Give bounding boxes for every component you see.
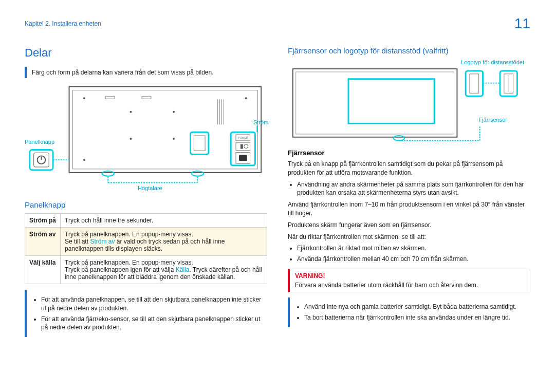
label-strom: Ström bbox=[253, 119, 268, 125]
svg-rect-17 bbox=[194, 136, 205, 151]
svg-rect-15 bbox=[142, 96, 151, 99]
sensor-p1: Tryck på en knapp på fjärrkontrollen sam… bbox=[288, 160, 530, 177]
label-panelknapp: Panelknapp bbox=[25, 139, 54, 145]
label-logo: Logotyp för distansstödet bbox=[461, 59, 524, 65]
page-header: Kapitel 2. Installera enheten 11 bbox=[25, 15, 530, 32]
left-column: Delar Färg och form på delarna kan varie… bbox=[25, 46, 267, 342]
panel-button-table: Ström på Tryck och håll inne tre sekunde… bbox=[25, 213, 267, 284]
svg-rect-1 bbox=[72, 90, 257, 169]
svg-rect-46 bbox=[500, 71, 517, 96]
warning-title: VARNING! bbox=[295, 272, 525, 279]
svg-point-3 bbox=[245, 97, 247, 99]
cell-power-off-desc: Tryck på panelknappen. En popup-meny vis… bbox=[61, 228, 267, 256]
list-item: Använda fjärrkontrollen mellan 40 cm och… bbox=[297, 255, 530, 264]
list-item: Använd inte nya och gamla batterier samt… bbox=[304, 303, 530, 311]
svg-rect-0 bbox=[69, 87, 262, 173]
svg-point-8 bbox=[130, 138, 132, 140]
device-back-figure: POWER Panelknapp Hö bbox=[25, 83, 267, 191]
txt: Tryck på panelknappen igen för att välja bbox=[65, 266, 176, 273]
sensor-bullets-2: Fjärrkontrollen är riktad mot mitten av … bbox=[288, 244, 530, 264]
svg-point-9 bbox=[173, 138, 175, 140]
cell-power-on-label: Ström på bbox=[25, 214, 61, 228]
inline-term: Källa bbox=[176, 266, 190, 273]
table-row: Ström på Tryck och håll inne tre sekunde… bbox=[25, 214, 267, 228]
cell-power-off-label: Ström av bbox=[25, 228, 61, 256]
txt: Tryck på panelknappen. En popup-meny vis… bbox=[65, 231, 193, 238]
svg-point-27 bbox=[102, 171, 114, 176]
svg-point-4 bbox=[83, 159, 85, 161]
svg-rect-38 bbox=[296, 72, 454, 134]
list-item: Användning av andra skärmenheter på samm… bbox=[297, 180, 530, 198]
inline-term: Ström av bbox=[90, 238, 115, 245]
sensor-p2: Använd fjärrkontrollen inom 7–10 m från … bbox=[288, 200, 530, 218]
svg-point-23 bbox=[244, 144, 248, 148]
txt: Tryck på panelknappen. En popup-meny vis… bbox=[65, 259, 193, 266]
svg-rect-39 bbox=[348, 79, 434, 124]
label-sensor: Fjärrsensor bbox=[478, 117, 507, 123]
panel-button-heading: Panelknapp bbox=[25, 200, 267, 209]
intro-note: Färg och form på delarna kan variera frå… bbox=[25, 67, 267, 78]
device-back-svg: POWER bbox=[25, 83, 267, 191]
svg-point-2 bbox=[83, 97, 85, 99]
parts-heading: Delar bbox=[25, 46, 267, 60]
list-item: Fjärrkontrollen är riktad mot mitten av … bbox=[297, 244, 530, 253]
sensor-bullets-1: Användning av andra skärmenheter på samm… bbox=[288, 180, 530, 198]
list-item: För att använda fjärr/eko-sensor, se til… bbox=[41, 315, 267, 332]
right-column: Fjärrsensor och logotyp för distansstöd … bbox=[288, 46, 530, 342]
svg-point-6 bbox=[130, 111, 132, 113]
table-row: Ström av Tryck på panelknappen. En popup… bbox=[25, 228, 267, 256]
cell-select-source-desc: Tryck på panelknappen. En popup-meny vis… bbox=[61, 256, 267, 284]
page-number: 11 bbox=[514, 15, 530, 32]
bottom-note: För att använda panelknappen, se till at… bbox=[25, 290, 267, 337]
sensor-p4: När du riktar fjärrkontrollen mot skärme… bbox=[288, 233, 530, 241]
sensor-figure: Logotyp för distansstödet Fjärrsensor bbox=[288, 59, 530, 144]
chapter-label: Kapitel 2. Installera enheten bbox=[25, 20, 101, 27]
list-item: För att använda panelknappen, se till at… bbox=[41, 295, 267, 313]
remote-sensor-logo-heading: Fjärrsensor och logotyp för distansstöd … bbox=[288, 46, 530, 55]
content-columns: Delar Färg och form på delarna kan varie… bbox=[25, 46, 530, 342]
svg-rect-22 bbox=[240, 144, 243, 149]
warning-box: VARNING! Förvara använda batterier utom … bbox=[288, 269, 530, 292]
sensor-svg bbox=[288, 59, 530, 144]
label-hogtalare: Högtalare bbox=[138, 185, 162, 191]
svg-rect-43 bbox=[466, 71, 483, 96]
remote-sensor-heading: Fjärrsensor bbox=[288, 149, 530, 157]
bottom-bullets: För att använda panelknappen, se till at… bbox=[32, 295, 267, 332]
warning-body: Förvara använda batterier utom räckhåll … bbox=[295, 282, 478, 289]
svg-point-7 bbox=[173, 111, 175, 113]
svg-text:POWER: POWER bbox=[238, 137, 248, 139]
svg-rect-25 bbox=[239, 155, 247, 161]
txt: Se till att bbox=[65, 238, 90, 245]
sensor-p3: Produktens skärm fungerar även som en fj… bbox=[288, 221, 530, 230]
battery-bullets: Använd inte nya och gamla batterier samt… bbox=[295, 303, 530, 322]
cell-select-source-label: Välj källa bbox=[25, 256, 61, 284]
table-row: Välj källa Tryck på panelknappen. En pop… bbox=[25, 256, 267, 284]
battery-note: Använd inte nya och gamla batterier samt… bbox=[288, 297, 530, 327]
svg-rect-47 bbox=[504, 74, 513, 93]
list-item: Ta bort batterierna när fjärrkontrollen … bbox=[304, 313, 530, 322]
svg-point-28 bbox=[192, 171, 204, 176]
svg-rect-14 bbox=[105, 96, 115, 99]
svg-rect-44 bbox=[470, 74, 479, 93]
cell-power-on-desc: Tryck och håll inne tre sekunder. bbox=[61, 214, 267, 228]
svg-point-40 bbox=[394, 136, 405, 141]
